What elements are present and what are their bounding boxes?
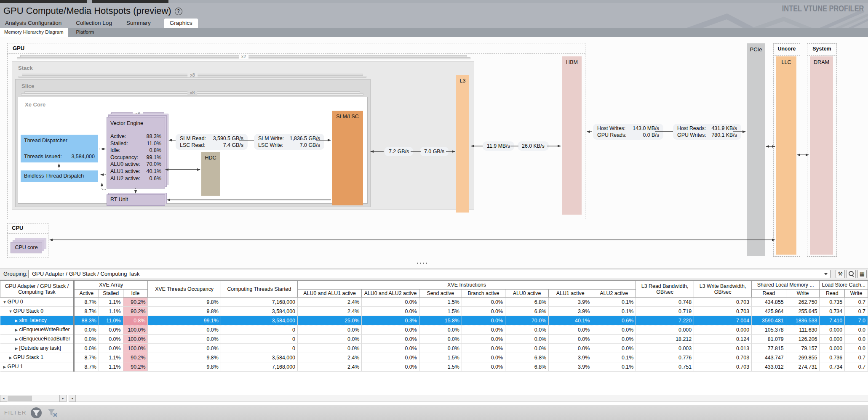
cell: 0.719: [636, 307, 694, 316]
column-header[interactable]: Read: [820, 290, 845, 298]
host-writes-pill: Host Writes:143.0 MB/s GPU Reads:0.0 B/s: [593, 124, 663, 140]
column-header[interactable]: XVE Threads Occupancy: [148, 281, 221, 298]
column-group-header[interactable]: Shared Local Memory ...: [752, 281, 820, 290]
column-header[interactable]: ALU0 and ALU2 active: [362, 290, 419, 298]
bindless-thread-dispatch-box[interactable]: Bindless Thread Dispatch: [21, 170, 98, 182]
grid-scroll-left-button[interactable]: ◂: [69, 395, 76, 402]
cell: 0.748: [636, 298, 694, 307]
collapse-icon[interactable]: ▼: [2, 298, 8, 306]
tab-analysis-configuration[interactable]: Analysis Configuration: [4, 19, 62, 28]
help-icon[interactable]: ?: [175, 8, 182, 15]
hbm-box[interactable]: HBM: [562, 56, 582, 215]
table-row[interactable]: ▼GPU Stack 08.7%1.1%90.2%9.8%3,584,0002.…: [0, 307, 868, 316]
column-header[interactable]: Stalled: [99, 290, 123, 298]
uncore-label-strip: Uncore: [773, 43, 800, 54]
cell: 0.124: [694, 335, 752, 344]
column-header[interactable]: Send active: [419, 290, 462, 298]
column-header[interactable]: Idle: [123, 290, 148, 298]
column-header[interactable]: ALU0 active: [505, 290, 549, 298]
rt-unit-box[interactable]: RT Unit: [107, 194, 165, 206]
search-button[interactable]: [847, 270, 856, 278]
tree-scroll-left-button[interactable]: ◂: [0, 395, 7, 402]
cell: 0: [221, 335, 297, 344]
column-header[interactable]: Computing Threads Started: [221, 281, 297, 298]
cell: 7,168,000: [221, 298, 297, 307]
filter-funnel-icon[interactable]: [30, 407, 42, 419]
cell: 111.630: [786, 325, 820, 335]
clear-filter-icon[interactable]: [47, 408, 58, 418]
tree-scroll-right-button[interactable]: ▸: [59, 395, 67, 402]
hdc-box[interactable]: HDC: [201, 152, 220, 196]
thread-dispatcher-box[interactable]: Thread Dispatcher Threads Issued: 3,584,…: [21, 135, 98, 162]
column-header[interactable]: ALU0 and ALU1 active: [297, 290, 361, 298]
collapse-icon[interactable]: ▼: [8, 307, 13, 316]
cpu-core-box[interactable]: CPU core: [11, 242, 42, 253]
column-header[interactable]: Read: [752, 290, 786, 298]
table-row[interactable]: ▶clEnqueueWriteBuffer0.0%0.0%100.0%0.0%0…: [0, 325, 868, 335]
cell: 0.0%: [362, 344, 419, 353]
copy-button[interactable]: ▦: [857, 270, 867, 278]
cell: 3.9%: [549, 307, 592, 316]
cell: 0.1%: [592, 353, 636, 362]
cell: 3590.481: [752, 316, 786, 325]
cell: 100.0%: [123, 344, 148, 353]
tree-scrollbar-thumb[interactable]: [8, 396, 32, 401]
result-header: GPU Compute/Media Hotspots (preview)? IN…: [0, 3, 868, 28]
tab-summary[interactable]: Summary: [126, 19, 152, 28]
subtab-memory-hierarchy-diagram[interactable]: Memory Hierarchy Diagram: [0, 28, 68, 37]
column-header[interactable]: Write: [845, 290, 868, 298]
column-header[interactable]: Branch active: [462, 290, 505, 298]
cell: 0.0%: [462, 362, 505, 372]
vector-engine-box[interactable]: Vector Engine Active:88.3% Stalled:11.0%…: [107, 117, 165, 189]
row-label: GPU Stack 1: [13, 354, 44, 360]
l3-box[interactable]: L3: [456, 75, 469, 213]
column-header[interactable]: ALU1 active: [549, 290, 592, 298]
cell: 0.0%: [505, 335, 549, 344]
expand-icon[interactable]: ▶: [14, 316, 19, 325]
column-header[interactable]: Write: [786, 290, 820, 298]
customize-grouping-button[interactable]: ⚒: [836, 270, 845, 278]
table-row[interactable]: ▶GPU Stack 18.7%1.1%90.2%9.8%3,584,0002.…: [0, 353, 868, 362]
expand-icon[interactable]: ▶: [14, 344, 19, 353]
table-row[interactable]: ▶GPU 18.7%1.1%90.2%9.8%7,168,0002.4%0.0%…: [0, 362, 868, 372]
grid-scrollbar-track[interactable]: [76, 395, 868, 402]
column-header-tree[interactable]: GPU Adapter / GPU Stack /Computing Task: [0, 281, 74, 298]
pane-splitter-handle[interactable]: [417, 263, 427, 264]
tab-collection-log[interactable]: Collection Log: [75, 19, 113, 28]
table-row[interactable]: ▼GPU 08.7%1.1%90.2%9.8%7,168,0002.4%0.0%…: [0, 298, 868, 307]
cell: 0.7: [845, 353, 868, 362]
cell: 0.0%: [419, 335, 462, 344]
cell: 443.747: [752, 353, 786, 362]
cell: 2.4%: [297, 298, 361, 307]
slm-write-bandwidth-pill: SLM Write:1,836.5 GB/s LSC Write:7.0 GB/…: [254, 134, 324, 150]
llc-box[interactable]: LLC: [776, 56, 796, 255]
column-group-header[interactable]: XVE Array: [74, 281, 148, 290]
cell: 0.0%: [362, 353, 419, 362]
column-header[interactable]: L3 Write Bandwidth, GB/sec: [694, 281, 752, 298]
column-header[interactable]: ALU2 active: [592, 290, 636, 298]
table-row[interactable]: ▶[Outside any task]0.0%0.0%100.0%0.0%00.…: [0, 344, 868, 353]
grouping-dropdown[interactable]: GPU Adapter / GPU Stack / Computing Task: [28, 270, 831, 278]
table-row[interactable]: ▶clEnqueueReadBuffer0.0%0.0%100.0%0.0%00…: [0, 335, 868, 344]
hammer-icon: ⚒: [838, 271, 843, 277]
tab-graphics[interactable]: Graphics: [164, 19, 198, 28]
cell: 0.0%: [99, 325, 123, 335]
expand-icon[interactable]: ▶: [8, 354, 13, 362]
table-row[interactable]: ▶slm_latency88.3%11.0%0.8%99.1%3,584,000…: [0, 316, 868, 325]
host-reads-pill: Host Reads:431.9 KB/s GPU Writes:780.1 K…: [673, 124, 741, 140]
cell: 0.0%: [505, 325, 549, 335]
expand-icon[interactable]: ▶: [2, 363, 8, 371]
column-header[interactable]: L3 Read Bandwidth, GB/sec: [636, 281, 694, 298]
column-group-header[interactable]: XVE Instructions: [297, 281, 636, 290]
row-label: [Outside any task]: [19, 345, 61, 351]
expand-icon[interactable]: ▶: [14, 335, 19, 343]
cell: 0: [221, 344, 297, 353]
subtab-platform[interactable]: Platform: [72, 28, 99, 37]
slm-lsc-box[interactable]: SLM/LSC: [332, 111, 363, 205]
column-group-header[interactable]: Load Store Cach...: [820, 281, 868, 290]
column-header[interactable]: Active: [74, 290, 99, 298]
dram-box[interactable]: DRAM: [810, 56, 833, 255]
pcie-box[interactable]: PCIe: [747, 43, 765, 256]
expand-icon[interactable]: ▶: [14, 326, 19, 334]
cell: 255.645: [786, 307, 820, 316]
